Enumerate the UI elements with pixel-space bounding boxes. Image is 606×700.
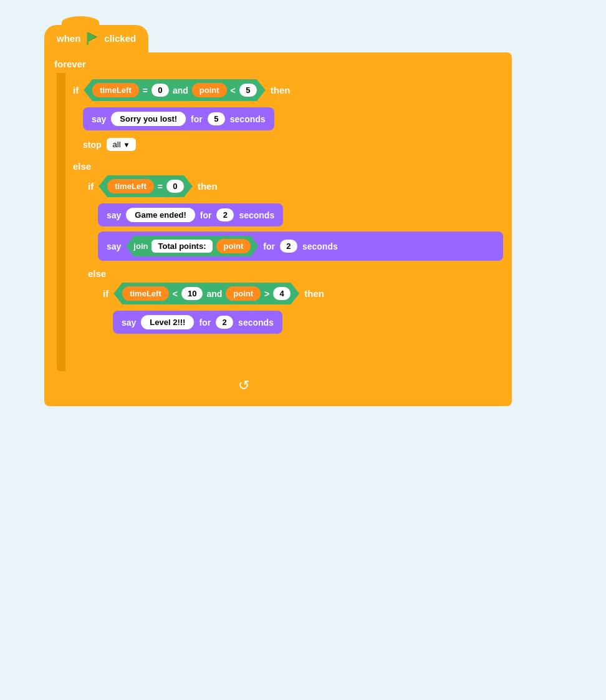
if1-op2: < (231, 85, 236, 95)
say4-seconds: seconds (238, 318, 274, 328)
if3-op1: < (173, 289, 178, 299)
if3-if-label: if (103, 288, 108, 299)
join-block: join Total points: point (126, 236, 258, 256)
stop-block: stop all ▼ (83, 135, 503, 153)
if1-body: say Sorry you lost! for 5 seconds stop (68, 105, 503, 158)
join-var: point (216, 239, 251, 253)
say3-for: for (263, 241, 275, 251)
if2-header: if timeLeft = 0 then (83, 172, 503, 201)
say4-message: Level 2!!! (141, 315, 194, 329)
say2-seconds: seconds (239, 210, 274, 220)
say1-message: Sorry you lost! (111, 112, 186, 126)
say4-label: say (122, 318, 136, 328)
if3-then-label: then (304, 288, 324, 299)
if2-val1: 0 (166, 180, 184, 193)
say4-for: for (199, 318, 211, 328)
say1-label: say (92, 114, 106, 124)
say4-block: say Level 2!!! for 2 seconds (113, 311, 282, 334)
say3-seconds: seconds (302, 241, 338, 251)
else1-body: if timeLeft = 0 then (68, 172, 503, 369)
if3-end-spacer (98, 339, 503, 349)
when-label: when (57, 33, 80, 44)
join-label: join (133, 241, 148, 251)
say2-for: for (200, 210, 212, 220)
hat-block: when clicked (44, 25, 148, 52)
if3-and: and (206, 289, 222, 299)
say3-block: say join Total points: point (98, 231, 503, 261)
if1-condition: timeLeft = 0 and point < 5 (84, 79, 266, 101)
if3-var2: point (226, 286, 261, 301)
if3-val2: 4 (273, 287, 291, 300)
say2-block: say Game ended! for 2 seconds (98, 203, 283, 226)
svg-marker-0 (88, 32, 97, 42)
stop-dropdown[interactable]: all ▼ (107, 138, 137, 151)
if2-op1: = (158, 182, 163, 192)
if2-body: say Game ended! for 2 seconds (83, 201, 503, 266)
if1-then-label: then (271, 85, 291, 95)
if1-header: if timeLeft = 0 and point (68, 75, 503, 105)
if2-var1: timeLeft (107, 179, 154, 193)
if1-op1: = (143, 85, 148, 95)
if3-condition: timeLeft < 10 and point > (113, 283, 299, 304)
if2-if-label: if (88, 181, 94, 192)
say3-label: say (107, 241, 121, 251)
if3-body: say Level 2!!! for 2 seconds (98, 308, 503, 339)
scratch-workspace: when clicked forever if (38, 25, 568, 406)
forever-row: forever (50, 56, 506, 73)
say4-secs-val: 2 (216, 316, 233, 329)
say1-seconds: seconds (230, 114, 266, 124)
if2-then-label: then (198, 181, 218, 192)
say1-secs-val: 5 (208, 112, 225, 125)
join-text: Total points: (152, 240, 212, 253)
if1-if-label: if (73, 85, 79, 95)
if2-condition: timeLeft = 0 (99, 175, 193, 197)
if3-header: if timeLeft < 10 and (98, 279, 503, 308)
if2-end-tabs2 (83, 361, 441, 369)
if1-val2: 5 (239, 84, 257, 97)
if3-val1: 10 (181, 287, 203, 300)
else1-bar: else (68, 158, 503, 172)
stop-label: stop (83, 140, 102, 150)
if1-var2: point (192, 83, 227, 97)
scratch-stack: when clicked forever if (38, 25, 512, 406)
say3-secs-val: 2 (280, 240, 297, 253)
if1-val1: 0 (152, 84, 169, 97)
clicked-label: clicked (104, 33, 136, 44)
say2-message: Game ended! (126, 208, 195, 222)
say2-label: say (107, 210, 121, 220)
if2-end-tabs (83, 351, 472, 361)
if1-var1: timeLeft (92, 83, 139, 97)
main-body: forever if timeLeft = 0 (44, 52, 512, 406)
flag-icon (85, 31, 99, 45)
if3-op2: > (264, 289, 269, 299)
forever-label: forever (54, 59, 86, 69)
say1-block: say Sorry you lost! for 5 seconds (83, 107, 274, 130)
say2-secs-val: 2 (216, 208, 234, 221)
else2-bar: else (83, 266, 503, 279)
else2-body: if timeLeft < 10 and (83, 279, 503, 351)
say1-for: for (191, 114, 203, 124)
if1-and: and (173, 85, 188, 95)
forever-arrow: ↺ (225, 374, 262, 397)
if3-var1: timeLeft (122, 286, 169, 301)
